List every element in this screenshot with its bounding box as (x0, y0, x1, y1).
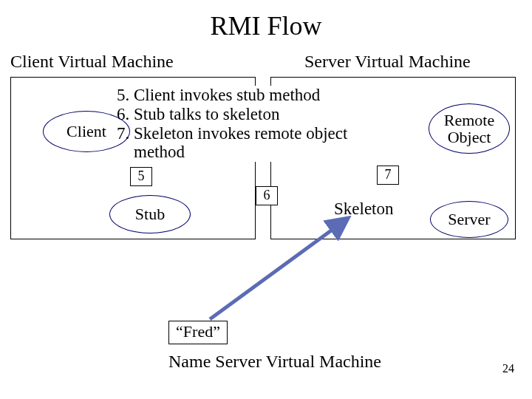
stub-node-label: Stub (135, 205, 165, 224)
client-vm-label: Client Virtual Machine (10, 52, 174, 72)
slide: RMI Flow Client Virtual Machine Server V… (0, 0, 532, 399)
server-node: Server (430, 201, 508, 238)
remote-object-node: Remote Object (429, 103, 510, 154)
client-node-label: Client (66, 122, 106, 141)
name-server-label: Name Server Virtual Machine (168, 352, 381, 372)
client-node: Client (43, 111, 130, 152)
steps-list: 5. Client invokes stub method 6. Stub ta… (117, 86, 427, 162)
fred-box: “Fred” (168, 321, 228, 344)
server-node-label: Server (448, 210, 490, 229)
step-7-line1: 7. Skeleton invokes remote object (117, 124, 427, 143)
marker-7: 7 (377, 166, 399, 185)
page-title: RMI Flow (0, 10, 532, 41)
marker-6: 6 (256, 186, 278, 205)
server-vm-label: Server Virtual Machine (304, 52, 471, 72)
skeleton-label: Skeleton (334, 200, 394, 219)
remote-object-node-label: Remote Object (429, 112, 509, 146)
step-6: 6. Stub talks to skeleton (117, 105, 427, 124)
stub-node: Stub (109, 195, 191, 233)
step-5: 5. Client invokes stub method (117, 86, 427, 105)
step-7-line2: method (117, 143, 427, 162)
page-number: 24 (502, 362, 514, 375)
marker-5: 5 (130, 167, 152, 186)
